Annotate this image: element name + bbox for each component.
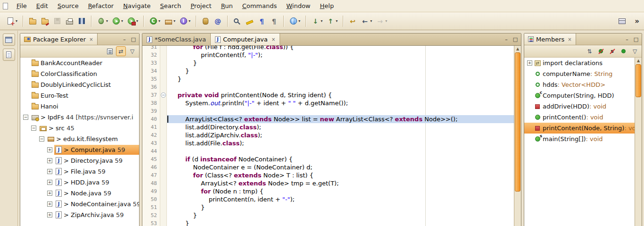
tree-item[interactable]: DoublyLinkedCyclicList xyxy=(20,79,139,90)
tree-item[interactable]: +J> HDD.java 59 xyxy=(20,177,139,188)
editor-scrollbar[interactable]: ▲ ▼ xyxy=(514,46,521,226)
web-browser-button[interactable]: ▾ xyxy=(287,15,302,27)
dropdown-arrow-icon[interactable]: ▾ xyxy=(370,19,372,23)
dropdown-arrow-icon[interactable]: ▾ xyxy=(136,19,138,23)
collapse-icon[interactable]: − xyxy=(23,115,28,120)
code-line[interactable]: list.add(File.class); xyxy=(167,139,514,147)
code-line[interactable]: } xyxy=(167,75,514,83)
dropdown-arrow-icon[interactable]: ▾ xyxy=(336,19,338,23)
scroll-up-icon[interactable]: ▲ xyxy=(514,46,521,52)
menu-item-help[interactable]: Help xyxy=(315,1,339,11)
toolbar-overflow-chevron[interactable]: » xyxy=(633,17,641,25)
run-button[interactable]: ▾ xyxy=(110,15,125,27)
next-annotation-button[interactable]: ↓▾ xyxy=(309,15,324,27)
restore-minimized-view-button[interactable] xyxy=(3,33,15,46)
member-item[interactable]: printContent(Node, String) : void xyxy=(524,123,635,134)
code-area[interactable]: for (File f : hdd.get(File.class)) { pri… xyxy=(167,46,514,226)
tree-item[interactable]: +J> Computer.java 59 xyxy=(20,144,139,155)
search-button[interactable] xyxy=(231,15,243,27)
menu-item-search[interactable]: Search xyxy=(156,1,186,11)
hide-static-button[interactable]: s xyxy=(607,46,617,56)
code-line[interactable]: for (Class<? extends Node> T : list) { xyxy=(167,171,514,179)
close-view-icon[interactable]: × xyxy=(568,37,571,42)
members-scrollbar[interactable]: ▲ xyxy=(635,58,642,226)
code-line[interactable]: if (d instanceof NodeContainer) { xyxy=(167,155,514,163)
tree-item[interactable]: −> IpdFs 44 [https://svnserver.i xyxy=(20,112,139,123)
code-line[interactable]: NodeContainer e = (NodeContainer) d; xyxy=(167,163,514,171)
back-button[interactable]: ←▾ xyxy=(359,15,374,27)
code-line[interactable]: list.add(Directory.class); xyxy=(167,123,514,131)
tree-item[interactable]: +J> Directory.java 59 xyxy=(20,155,139,166)
new-folder-button[interactable] xyxy=(39,15,51,27)
tree-item[interactable]: +J> ZipArchiv.java 59 xyxy=(20,209,139,220)
code-line[interactable]: } xyxy=(167,203,514,211)
menu-item-edit[interactable]: Edit xyxy=(32,1,53,11)
menu-item-project[interactable]: Project xyxy=(186,1,216,11)
expand-icon[interactable]: + xyxy=(47,201,52,207)
last-edit-location-button[interactable]: ↩ xyxy=(347,15,359,27)
dropdown-arrow-icon[interactable]: ▾ xyxy=(158,19,160,23)
scroll-up-icon[interactable]: ▲ xyxy=(635,58,642,64)
member-item[interactable]: smain(String[]) : void xyxy=(524,134,635,144)
menu-item-navigate[interactable]: Navigate xyxy=(118,1,155,11)
member-item[interactable]: cComputer(String, HDD) xyxy=(524,90,635,101)
close-tab-icon[interactable]: × xyxy=(272,37,275,42)
menu-item-window[interactable]: Window xyxy=(281,1,315,11)
format-button[interactable]: ¶ xyxy=(268,15,280,27)
minimize-editor-button[interactable]: – xyxy=(503,36,510,43)
code-line[interactable]: ArrayList<? extends Node> tmp = e.get(T)… xyxy=(167,179,514,187)
new-wizard-button[interactable]: ▾ xyxy=(4,15,19,27)
code-line[interactable] xyxy=(167,147,514,155)
external-tools-button[interactable]: ▾ xyxy=(125,15,140,27)
maximize-view-button[interactable]: □ xyxy=(632,35,640,43)
collapse-all-button[interactable] xyxy=(105,46,115,56)
new-package-button[interactable]: ▾ xyxy=(162,15,177,27)
maximize-editor-button[interactable]: □ xyxy=(512,36,519,43)
code-line[interactable]: } xyxy=(167,59,514,67)
members-scrollbar-thumb[interactable] xyxy=(636,64,641,97)
javadoc-button[interactable]: @ xyxy=(212,15,224,27)
jar-export-button[interactable] xyxy=(199,15,212,27)
code-line[interactable]: list.add(ZipArchiv.class); xyxy=(167,131,514,139)
code-line[interactable]: printContent(f, "|-"); xyxy=(167,51,514,59)
expand-icon[interactable]: + xyxy=(47,212,52,218)
tree-item[interactable]: +J> Node.java 59 xyxy=(20,188,139,199)
editor-scrollbar-thumb[interactable] xyxy=(515,52,520,192)
close-view-icon[interactable]: × xyxy=(89,37,93,42)
dropdown-arrow-icon[interactable]: ▾ xyxy=(121,19,123,23)
tree-item[interactable]: Hanoi xyxy=(20,101,139,112)
member-item[interactable]: printContent() : void xyxy=(524,112,635,123)
code-line[interactable]: for (File f : hdd.get(File.class)) { xyxy=(167,46,514,51)
new-class-button[interactable]: C▾ xyxy=(147,15,162,27)
code-line[interactable]: } xyxy=(167,67,514,75)
code-line[interactable] xyxy=(167,107,514,115)
dropdown-arrow-icon[interactable]: ▾ xyxy=(385,19,387,23)
print-button[interactable] xyxy=(63,15,75,27)
minimize-view-button[interactable]: – xyxy=(121,35,128,43)
package-explorer-view-tab[interactable]: Package Explorer × xyxy=(20,33,98,45)
member-item[interactable]: addDrive(HDD) : void xyxy=(524,101,635,112)
member-item[interactable]: computerName : String xyxy=(524,68,635,79)
dropdown-arrow-icon[interactable]: ▾ xyxy=(321,19,322,23)
mark-occurrences-button[interactable] xyxy=(243,15,256,27)
expand-icon[interactable]: + xyxy=(47,147,52,152)
view-menu-button[interactable]: ▽ xyxy=(127,46,137,56)
menu-item-file[interactable]: File xyxy=(12,1,32,11)
menu-item-run[interactable]: Run xyxy=(216,1,238,11)
show-whitespace-button[interactable]: ¶ xyxy=(256,15,268,27)
tree-item[interactable]: ColorClassification xyxy=(20,68,139,79)
editor-tab-someclassjava[interactable]: J*SomeClass.java xyxy=(142,33,211,45)
menu-item-source[interactable]: Source xyxy=(53,1,83,11)
code-line[interactable]: System.out.println("|-" + ident + " " + … xyxy=(167,99,514,107)
code-line[interactable]: } xyxy=(167,211,514,219)
collapse-icon[interactable]: − xyxy=(31,126,36,131)
menu-item-refactor[interactable]: Refactor xyxy=(83,1,119,11)
tree-item[interactable]: Euro-Test xyxy=(20,90,139,101)
members-view-tab[interactable]: Members × xyxy=(524,33,576,45)
code-line[interactable]: printContent(n, ident + "-"); xyxy=(167,195,514,203)
build-button[interactable] xyxy=(75,15,88,27)
code-line[interactable]: private void printContent(Node d, String… xyxy=(167,91,514,99)
dropdown-arrow-icon[interactable]: ▾ xyxy=(298,19,300,23)
expand-icon[interactable]: + xyxy=(47,180,52,185)
tree-item[interactable]: +J> NodeContainer.java 59 xyxy=(20,199,139,209)
